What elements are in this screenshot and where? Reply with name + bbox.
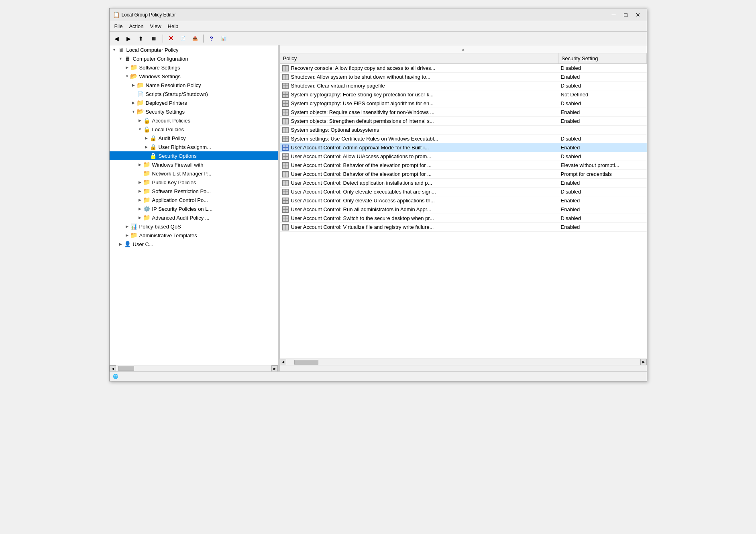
expand-application-control[interactable]: ▶ (137, 197, 143, 203)
list-row[interactable]: User Account Control: Only elevate execu… (280, 188, 647, 196)
header-policy[interactable]: Policy (280, 53, 558, 63)
expand-name-resolution[interactable]: ▶ (130, 82, 137, 88)
expand-policy-qos[interactable]: ▶ (124, 223, 130, 230)
tree-item-account-policies[interactable]: ▶ 🔒 Account Policies (110, 116, 278, 125)
tree-scroll-thumb[interactable] (118, 366, 134, 371)
expand-computer-config[interactable]: ▼ (118, 55, 124, 62)
scroll-right-arrow[interactable]: ▶ (640, 359, 647, 365)
close-button[interactable]: ✕ (632, 10, 644, 20)
expand-root[interactable]: ▼ (111, 47, 118, 53)
tree-item-windows-settings[interactable]: ▼ 📂 Windows Settings (110, 72, 278, 81)
tree-item-application-control[interactable]: ▶ 📁 Application Control Po... (110, 196, 278, 204)
expand-user-config[interactable]: ▶ (118, 241, 124, 247)
expand-admin-templates[interactable]: ▶ (124, 232, 130, 238)
tree-hscroll[interactable]: ◀ ▶ (110, 365, 278, 371)
tree-item-software-restriction[interactable]: ▶ 📁 Software Restriction Po... (110, 187, 278, 196)
menu-view[interactable]: View (147, 22, 165, 31)
show-hide-button[interactable]: ▦ (147, 33, 160, 44)
cell-setting-13: Enabled (558, 179, 647, 187)
tree-item-audit-policy[interactable]: ▶ 🔒 Audit Policy (110, 134, 278, 143)
tree-scroll-left[interactable]: ◀ (110, 365, 116, 372)
list-row[interactable]: System cryptography: Use FIPS compliant … (280, 99, 647, 108)
policy-icon-8 (282, 136, 289, 142)
expand-software-restriction[interactable]: ▶ (137, 188, 143, 194)
list-row[interactable]: User Account Control: Only elevate UIAcc… (280, 196, 647, 205)
expand-local-policies[interactable]: ▼ (137, 126, 143, 132)
tree-item-software-settings[interactable]: ▶ 📁 Software Settings (110, 63, 278, 72)
tree-item-security-options[interactable]: 🔒 Security Options (110, 151, 278, 160)
tree-scroll-right[interactable]: ▶ (271, 365, 278, 372)
menu-help[interactable]: Help (165, 22, 182, 31)
list-row[interactable]: User Account Control: Switch to the secu… (280, 214, 647, 223)
list-row[interactable]: User Account Control: Behavior of the el… (280, 161, 647, 170)
list-row[interactable]: User Account Control: Run all administra… (280, 205, 647, 214)
tree-item-user-rights[interactable]: ▶ 🔒 User Rights Assignm... (110, 143, 278, 151)
expand-software-settings[interactable]: ▶ (124, 64, 130, 71)
properties-button[interactable]: 📊 (218, 33, 229, 44)
list-row[interactable]: Recovery console: Allow floppy copy and … (280, 64, 647, 73)
scroll-thumb[interactable] (294, 360, 318, 365)
policy-icon-17 (282, 215, 289, 222)
delete-button[interactable]: ✕ (165, 33, 177, 44)
scroll-left-arrow[interactable]: ◀ (280, 359, 286, 365)
expand-ip-security[interactable]: ▶ (137, 206, 143, 212)
forward-button[interactable]: ▶ (123, 33, 134, 44)
expand-public-key[interactable]: ▶ (137, 179, 143, 185)
tree-item-name-resolution[interactable]: ▶ 📁 Name Resolution Policy (110, 81, 278, 90)
list-row[interactable]: System objects: Strengthen default permi… (280, 117, 647, 126)
tree-scroll-track[interactable] (116, 365, 271, 371)
list-row[interactable]: User Account Control: Virtualize file an… (280, 223, 647, 232)
list-row[interactable]: Shutdown: Clear virtual memory pagefile … (280, 82, 647, 90)
tree-item-security-settings[interactable]: ▼ 📂 Security Settings (110, 107, 278, 116)
tree-item-computer-config[interactable]: ▼ 🖥 Computer Configuration (110, 54, 278, 63)
tree-item-public-key[interactable]: ▶ 📁 Public Key Policies (110, 178, 278, 187)
tree-root[interactable]: ▼ 🖥 Local Computer Policy (110, 45, 278, 54)
tree-item-user-config[interactable]: ▶ 👤 User C... (110, 240, 278, 249)
tree-item-advanced-audit[interactable]: ▶ 📁 Advanced Audit Policy ... (110, 213, 278, 222)
tree-item-policy-qos[interactable]: ▶ 📊 Policy-based QoS (110, 222, 278, 231)
minimize-button[interactable]: ─ (608, 10, 619, 20)
tree-label-user-config: User C... (133, 241, 153, 247)
list-row[interactable]: User Account Control: Allow UIAccess app… (280, 152, 647, 161)
menu-action[interactable]: Action (126, 22, 147, 31)
list-row[interactable]: System settings: Optional subsystems (280, 126, 647, 135)
list-horizontal-scrollbar[interactable]: ◀ ▶ (280, 359, 647, 365)
tree-item-network-list[interactable]: 📁 Network List Manager P... (110, 169, 278, 178)
import-button[interactable]: 📥 (190, 33, 201, 44)
expand-audit-policy[interactable]: ▶ (143, 135, 150, 141)
scroll-track[interactable] (286, 359, 640, 365)
cell-setting-0: Disabled (558, 64, 647, 72)
tree-item-scripts[interactable]: 📄 Scripts (Startup/Shutdown) (110, 90, 278, 98)
bottom-right-spacer (280, 365, 647, 371)
list-body[interactable]: Recovery console: Allow floppy copy and … (280, 64, 647, 359)
menu-file[interactable]: File (111, 22, 126, 31)
maximize-button[interactable]: □ (620, 10, 632, 20)
expand-windows-firewall[interactable]: ▶ (137, 161, 143, 168)
list-row[interactable]: User Account Control: Admin Approval Mod… (280, 143, 647, 152)
tree-item-local-policies[interactable]: ▼ 🔒 Local Policies (110, 125, 278, 134)
back-button[interactable]: ◀ (111, 33, 122, 44)
expand-advanced-audit[interactable]: ▶ (137, 214, 143, 221)
list-row[interactable]: System objects: Require case insensitivi… (280, 108, 647, 117)
help-button[interactable]: ? (206, 33, 217, 44)
list-row[interactable]: User Account Control: Detect application… (280, 179, 647, 188)
expand-security-settings[interactable]: ▼ (130, 108, 137, 115)
policy-icon-11 (282, 162, 289, 169)
export-button[interactable]: 📄 (177, 33, 189, 44)
expand-user-rights[interactable]: ▶ (143, 144, 150, 150)
tree-item-windows-firewall[interactable]: ▶ 📁 Windows Firewall with (110, 160, 278, 169)
expand-deployed-printers[interactable]: ▶ (130, 100, 137, 106)
header-setting[interactable]: Security Setting (558, 53, 647, 63)
scripts-icon: 📄 (137, 90, 144, 98)
list-row[interactable]: User Account Control: Behavior of the el… (280, 170, 647, 179)
cell-setting-16: Enabled (558, 206, 647, 213)
list-row[interactable]: System cryptography: Force strong key pr… (280, 90, 647, 99)
tree-item-ip-security[interactable]: ▶ ⚙️ IP Security Policies on L... (110, 204, 278, 213)
expand-windows-settings[interactable]: ▼ (124, 73, 130, 79)
tree-item-admin-templates[interactable]: ▶ 📁 Administrative Templates (110, 231, 278, 240)
list-row[interactable]: System settings: Use Certificate Rules o… (280, 135, 647, 143)
tree-item-deployed-printers[interactable]: ▶ 📁 Deployed Printers (110, 98, 278, 107)
list-row[interactable]: Shutdown: Allow system to be shut down w… (280, 73, 647, 82)
up-button[interactable]: ⬆ (135, 33, 147, 44)
expand-account-policies[interactable]: ▶ (137, 117, 143, 124)
